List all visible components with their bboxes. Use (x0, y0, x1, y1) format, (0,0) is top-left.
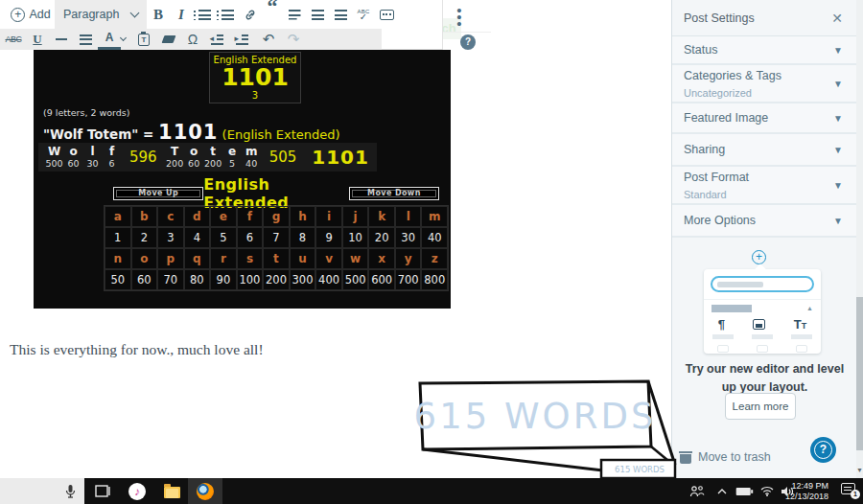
link-button[interactable] (239, 0, 262, 29)
wifi-icon (760, 486, 774, 496)
letter-cell: q (184, 248, 211, 269)
sidebar-section-more-options[interactable]: More Options ▼ (672, 205, 856, 238)
redo-button[interactable]: ↷ (282, 29, 305, 50)
letter-cell: g (263, 206, 290, 227)
horizontal-rule-button[interactable] (50, 29, 73, 50)
trash-icon (680, 451, 691, 464)
letter-column: o60 (186, 146, 202, 169)
happiness-help-button[interactable]: ? (810, 437, 836, 463)
more-options-kebab[interactable]: ••• (452, 7, 467, 27)
italic-button[interactable]: I (170, 0, 193, 29)
network-status[interactable] (758, 478, 777, 504)
value-cell: 80 (184, 269, 211, 290)
add-block-button[interactable]: + Add (8, 0, 54, 29)
move-to-trash-button[interactable]: Move to trash (680, 450, 771, 464)
paragraph-style-dropdown[interactable]: Paragraph (55, 0, 147, 29)
value-cell: 60 (131, 269, 158, 290)
undo-button[interactable]: ↶ (257, 29, 280, 50)
sidebar-section-categories-tags[interactable]: Categories & Tags Uncategorized ▼ (672, 65, 856, 103)
outdent-icon (211, 34, 223, 45)
sidebar-section-post-format[interactable]: Post Format Standard ▼ (672, 167, 856, 205)
indent-button[interactable] (230, 29, 253, 50)
move-up-button[interactable]: Move Up (113, 187, 203, 200)
align-left-button[interactable] (283, 0, 306, 29)
equation-value: 1101 (158, 121, 218, 144)
sidebar-section-sharing[interactable]: Sharing ▼ (672, 134, 856, 167)
letter-cell: m (421, 206, 448, 227)
letter-cell: w (342, 248, 369, 269)
letter-cell: a (105, 206, 131, 227)
numbered-list-button[interactable] (216, 0, 239, 29)
align-center-button[interactable] (306, 0, 329, 29)
letter-column: t200 (205, 146, 222, 169)
editor-help-button[interactable]: ? (460, 34, 476, 50)
paste-as-text-button[interactable]: T (132, 29, 155, 50)
move-down-button[interactable]: Move Down (349, 187, 439, 200)
letter-cell: h (290, 206, 316, 227)
chevron-down-icon: ▼ (833, 180, 843, 191)
chevron-down-icon (119, 34, 126, 41)
underline-button[interactable]: U (26, 29, 49, 50)
letter-cell: f (237, 206, 264, 227)
value-cell: 600 (368, 269, 395, 290)
post-body-text[interactable]: This is everything for now., much love a… (10, 341, 264, 358)
close-icon[interactable]: ✕ (831, 11, 843, 25)
chevron-down-icon: ▼ (833, 79, 843, 89)
letter-cell: u (290, 248, 316, 269)
text-color-dropdown[interactable] (117, 29, 128, 50)
chevron-down-icon: ▼ (833, 113, 843, 124)
align-right-icon (335, 10, 347, 20)
letter-cell: j (342, 206, 369, 227)
bulleted-list-icon (198, 10, 211, 20)
letter-column: l30 (84, 146, 101, 169)
strikethrough-button[interactable]: ABC (2, 29, 25, 50)
letter-cell: b (131, 206, 158, 227)
bold-button[interactable]: B (147, 0, 170, 29)
justify-button[interactable] (74, 29, 97, 50)
value-cell: 700 (395, 269, 422, 290)
firefox-button[interactable] (188, 478, 222, 504)
file-explorer-button[interactable] (161, 478, 182, 504)
special-character-button[interactable]: Ω (181, 29, 204, 50)
align-right-button[interactable] (329, 0, 352, 29)
spellcheck-button[interactable]: ABC✓ (352, 0, 375, 29)
value-cell: 90 (210, 269, 237, 290)
blockquote-button[interactable]: “ (261, 0, 284, 13)
letters-words-note: (9 letters, 2 words) (43, 107, 130, 118)
sidebar-scrollbar[interactable]: ▼ (856, 0, 863, 478)
itunes-button[interactable]: ♪ (127, 478, 148, 504)
wordpress-editor-window: Wolf Totem Match + Add Paragraph B I “ A… (0, 0, 863, 504)
cipher-table: Move Up English Extended Move Down abcde… (104, 182, 449, 291)
bulleted-list-button[interactable] (193, 0, 216, 29)
show-hidden-icons-button[interactable] (713, 478, 731, 504)
outdent-button[interactable] (205, 29, 228, 50)
value-cell: 9 (315, 227, 342, 248)
task-view-button[interactable] (92, 478, 113, 504)
learn-more-button[interactable]: Learn more (725, 393, 796, 420)
read-more-tag-button[interactable] (375, 0, 398, 29)
link-icon (244, 8, 258, 22)
value-cell: 6 (237, 227, 264, 248)
align-center-icon (312, 10, 324, 20)
taskbar-search-box[interactable] (0, 478, 84, 504)
numbered-list-icon (222, 10, 234, 20)
sidebar-section-featured-image[interactable]: Featured Image ▼ (672, 103, 856, 134)
battery-status[interactable] (732, 478, 757, 504)
clear-formatting-button[interactable] (157, 29, 180, 50)
scrollbar-thumb[interactable] (856, 297, 863, 450)
chevron-up-icon (717, 489, 727, 494)
people-button[interactable] (687, 478, 708, 504)
gematria-equation: "Wolf Totem" = 1101 (English Extended) (43, 121, 340, 144)
taskbar-clock[interactable]: 12:49 PM 12/13/2018 (785, 481, 828, 501)
value-cell: 50 (105, 269, 131, 290)
sidebar-header: Post Settings ✕ (672, 0, 856, 36)
windows-taskbar: ♪ (0, 478, 863, 504)
action-center-button[interactable]: 1 (841, 483, 857, 496)
value-cell: 1 (105, 227, 131, 248)
itunes-icon: ♪ (128, 483, 146, 500)
people-icon (689, 485, 705, 498)
scrollbar-down-arrow[interactable]: ▼ (856, 467, 863, 473)
letter-cell: i (315, 206, 342, 227)
toolbar-row-2: ABC U A T Ω ↶ ↷ (0, 29, 382, 50)
sidebar-section-status[interactable]: Status ▼ (672, 36, 856, 65)
